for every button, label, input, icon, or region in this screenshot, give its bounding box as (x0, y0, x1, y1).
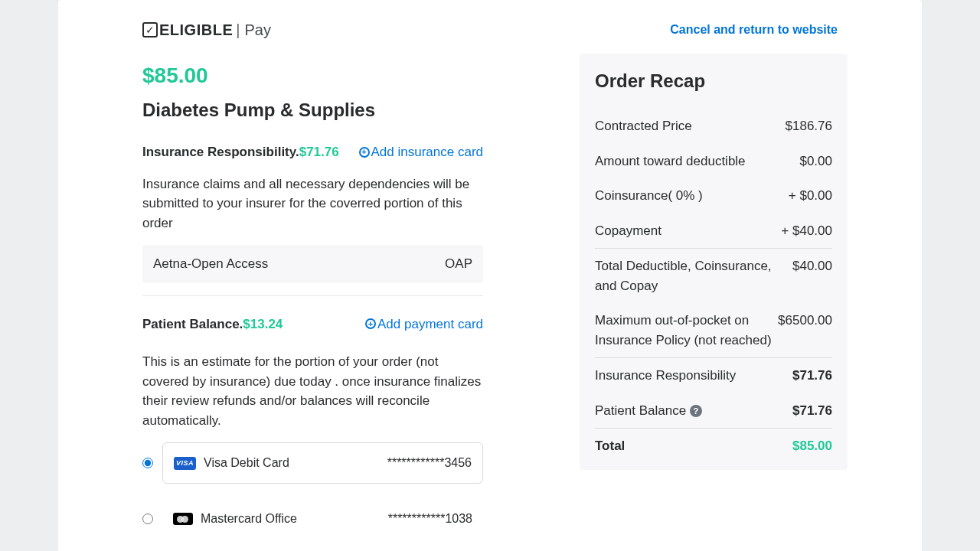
plus-circle-icon: + (359, 147, 370, 158)
plus-circle-icon: + (365, 318, 376, 329)
plan-code: OAP (445, 254, 472, 274)
recap-row-contracted: Contracted Price $186.76 (595, 109, 832, 144)
recap-label: Contracted Price (595, 109, 778, 144)
card-radio-2[interactable] (142, 514, 153, 524)
recap-row-max-oop: Maximum out-of-pocket on Insurance Polic… (595, 303, 832, 358)
recap-row-total-dcc: Total Deductible, Coinsurance, and Copay… (595, 249, 832, 304)
recap-label: Copayment (595, 214, 778, 249)
recap-row-deductible: Amount toward deductible $0.00 (595, 144, 832, 179)
add-payment-card-label: Add payment card (377, 315, 483, 334)
card-name-wrap-2: Mastercard Office (173, 510, 297, 528)
visa-icon: VISA (174, 457, 196, 470)
patient-label: Patient Balance. (142, 317, 243, 331)
card-radio-1[interactable] (142, 458, 153, 468)
plan-name: Aetna-Open Access (153, 254, 268, 274)
recap-value: + $40.00 (778, 214, 832, 249)
brand-suffix: Pay (244, 18, 270, 41)
content-row: $85.00 Diabetes Pump & Supplies Insuranc… (142, 54, 838, 551)
recap-row-copayment: Copayment + $40.00 (595, 214, 832, 249)
insurance-description: Insurance claims and all necessary depen… (142, 174, 483, 233)
recap-value: $6500.00 (778, 303, 832, 358)
order-price: $85.00 (142, 60, 483, 92)
card-name-wrap-1: VISA Visa Debit Card (174, 454, 289, 472)
brand-name: ELIGIBLE (159, 18, 233, 41)
recap-label: Maximum out-of-pocket on Insurance Polic… (595, 303, 778, 358)
patient-description: This is an estimate for the portion of y… (142, 352, 483, 430)
card-masked-1: ************3456 (387, 454, 472, 472)
product-title: Diabetes Pump & Supplies (142, 96, 483, 124)
recap-row-total: Total $85.00 (595, 429, 832, 464)
section-divider (142, 295, 483, 296)
recap-label-text: Patient Balance (595, 403, 686, 418)
recap-value: $186.76 (778, 109, 832, 144)
mastercard-icon (173, 513, 193, 525)
recap-value: + $0.00 (778, 178, 832, 214)
add-insurance-card-label: Add insurance card (371, 142, 483, 162)
patient-line: Patient Balance.$13.24 + Add payment car… (142, 315, 483, 334)
payment-card-option-1[interactable]: VISA Visa Debit Card ************3456 (142, 442, 483, 484)
recap-value: $85.00 (778, 429, 832, 464)
recap-label: Total (595, 429, 778, 464)
right-column: Order Recap Contracted Price $186.76 Amo… (580, 54, 848, 470)
add-insurance-card-link[interactable]: + Add insurance card (359, 142, 483, 162)
recap-label: Amount toward deductible (595, 144, 778, 179)
recap-row-coinsurance: Coinsurance( 0% ) + $0.00 (595, 178, 832, 214)
insurance-line: Insurance Responsibility.$71.76 + Add in… (142, 142, 483, 162)
checkout-card: ✓ ELIGIBLE | Pay Cancel and return to we… (58, 0, 922, 551)
recap-label: Patient Balance ? (595, 393, 778, 429)
brand: ✓ ELIGIBLE | Pay (142, 18, 271, 41)
card-name-2: Mastercard Office (201, 510, 297, 528)
card-name-1: Visa Debit Card (204, 454, 289, 472)
recap-value: $71.76 (778, 358, 832, 393)
check-square-icon: ✓ (142, 22, 158, 37)
patient-label-wrap: Patient Balance.$13.24 (142, 315, 283, 334)
card-box-1: VISA Visa Debit Card ************3456 (162, 442, 483, 484)
recap-row-insurance-resp: Insurance Responsibility $71.76 (595, 358, 832, 393)
recap-label: Coinsurance( 0% ) (595, 178, 778, 214)
help-icon[interactable]: ? (690, 405, 702, 417)
recap-label: Insurance Responsibility (595, 358, 778, 393)
recap-row-patient-balance: Patient Balance ? $71.76 (595, 393, 832, 429)
recap-value: $40.00 (778, 249, 832, 304)
card-box-2: Mastercard Office ************1038 (162, 499, 483, 539)
recap-label: Total Deductible, Coinsurance, and Copay (595, 249, 778, 304)
left-column: $85.00 Diabetes Pump & Supplies Insuranc… (142, 54, 483, 551)
order-recap: Order Recap Contracted Price $186.76 Amo… (580, 54, 848, 470)
recap-value: $71.76 (778, 393, 832, 429)
insurance-plan-box: Aetna-Open Access OAP (142, 245, 483, 283)
brand-separator: | (236, 18, 240, 41)
payment-card-option-2[interactable]: Mastercard Office ************1038 (142, 499, 483, 539)
recap-title: Order Recap (595, 67, 832, 95)
header-row: ✓ ELIGIBLE | Pay Cancel and return to we… (142, 0, 838, 54)
recap-value: $0.00 (778, 144, 832, 179)
insurance-amount: $71.76 (299, 145, 339, 159)
cancel-link[interactable]: Cancel and return to website (670, 21, 838, 39)
patient-amount: $13.24 (243, 317, 283, 331)
insurance-label-wrap: Insurance Responsibility.$71.76 (142, 142, 339, 162)
recap-table: Contracted Price $186.76 Amount toward d… (595, 109, 832, 464)
insurance-label: Insurance Responsibility. (142, 145, 299, 159)
card-masked-2: ************1038 (388, 510, 472, 528)
add-payment-card-link[interactable]: + Add payment card (365, 315, 483, 334)
